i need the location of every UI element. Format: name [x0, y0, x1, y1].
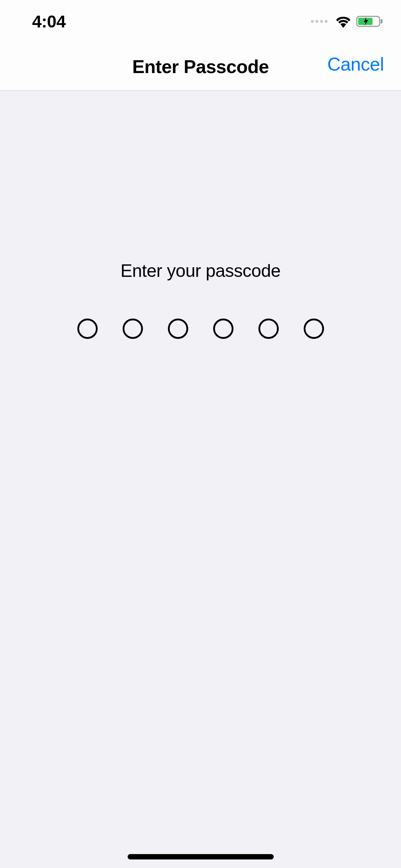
page-title: Enter Passcode [132, 56, 269, 77]
passcode-dot-5 [258, 319, 279, 339]
home-indicator[interactable] [128, 854, 274, 859]
passcode-prompt: Enter your passcode [120, 260, 281, 281]
passcode-dot-4 [213, 319, 233, 339]
passcode-dot-3 [168, 319, 188, 339]
passcode-dot-1 [77, 319, 98, 339]
passcode-dot-6 [304, 319, 324, 339]
status-time: 4:04 [32, 12, 66, 31]
status-right [311, 15, 383, 28]
cancel-button[interactable]: Cancel [327, 53, 384, 75]
signal-strength-icon [311, 20, 328, 23]
passcode-dot-2 [123, 319, 143, 339]
svg-rect-2 [381, 19, 382, 24]
wifi-icon [335, 15, 352, 28]
status-bar: 4:04 [0, 0, 401, 50]
battery-charging-icon [356, 15, 383, 28]
content-area: Enter your passcode [0, 91, 401, 339]
passcode-dots[interactable] [77, 319, 324, 339]
nav-bar: Enter Passcode Cancel [0, 50, 401, 91]
